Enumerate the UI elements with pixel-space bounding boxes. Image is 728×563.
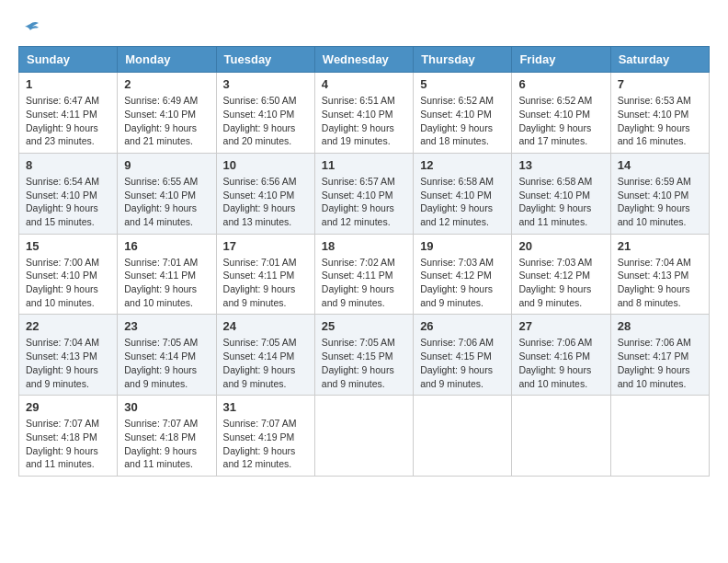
day-number: 1 bbox=[26, 77, 110, 91]
daylight-label: Daylight: 9 hours and 19 minutes. bbox=[322, 122, 394, 147]
day-number: 11 bbox=[322, 158, 406, 172]
day-number: 21 bbox=[618, 239, 702, 253]
daylight-label: Daylight: 9 hours and 12 minutes. bbox=[223, 445, 296, 470]
day-number: 26 bbox=[420, 319, 505, 333]
day-info: Sunrise: 6:59 AM Sunset: 4:10 PM Dayligh… bbox=[618, 175, 702, 229]
sunrise-label: Sunrise: 7:05 AM bbox=[223, 337, 297, 348]
sunrise-label: Sunrise: 7:04 AM bbox=[618, 257, 691, 268]
day-cell: 4 Sunrise: 6:51 AM Sunset: 4:10 PM Dayli… bbox=[314, 73, 413, 154]
day-number: 9 bbox=[124, 158, 209, 172]
sunrise-label: Sunrise: 7:02 AM bbox=[322, 257, 395, 268]
day-number: 16 bbox=[124, 239, 209, 253]
day-info: Sunrise: 7:07 AM Sunset: 4:18 PM Dayligh… bbox=[26, 417, 110, 471]
day-info: Sunrise: 6:55 AM Sunset: 4:10 PM Dayligh… bbox=[124, 175, 209, 229]
day-number: 8 bbox=[26, 158, 110, 172]
day-number: 6 bbox=[518, 77, 603, 91]
day-info: Sunrise: 6:52 AM Sunset: 4:10 PM Dayligh… bbox=[518, 94, 603, 148]
sunset-label: Sunset: 4:15 PM bbox=[420, 350, 492, 362]
day-info: Sunrise: 7:02 AM Sunset: 4:11 PM Dayligh… bbox=[322, 256, 406, 310]
day-cell: 3 Sunrise: 6:50 AM Sunset: 4:10 PM Dayli… bbox=[216, 73, 314, 154]
page-header bbox=[18, 18, 710, 39]
day-cell: 15 Sunrise: 7:00 AM Sunset: 4:10 PM Dayl… bbox=[19, 234, 118, 315]
sunset-label: Sunset: 4:10 PM bbox=[124, 109, 196, 120]
sunrise-label: Sunrise: 7:06 AM bbox=[420, 337, 494, 348]
day-info: Sunrise: 6:56 AM Sunset: 4:10 PM Dayligh… bbox=[223, 175, 308, 229]
day-info: Sunrise: 7:00 AM Sunset: 4:10 PM Dayligh… bbox=[26, 256, 110, 310]
day-info: Sunrise: 7:03 AM Sunset: 4:12 PM Dayligh… bbox=[518, 256, 603, 310]
day-info: Sunrise: 7:03 AM Sunset: 4:12 PM Dayligh… bbox=[420, 256, 505, 310]
sunrise-label: Sunrise: 6:52 AM bbox=[518, 95, 592, 106]
sunrise-label: Sunrise: 6:58 AM bbox=[420, 176, 494, 187]
daylight-label: Daylight: 9 hours and 9 minutes. bbox=[420, 364, 493, 389]
day-info: Sunrise: 7:07 AM Sunset: 4:19 PM Dayligh… bbox=[223, 417, 308, 471]
day-cell bbox=[610, 396, 709, 477]
sunset-label: Sunset: 4:14 PM bbox=[124, 350, 196, 362]
header-thursday: Thursday bbox=[414, 47, 512, 73]
daylight-label: Daylight: 9 hours and 12 minutes. bbox=[322, 202, 394, 227]
sunrise-label: Sunrise: 6:50 AM bbox=[223, 95, 297, 106]
day-cell: 8 Sunrise: 6:54 AM Sunset: 4:10 PM Dayli… bbox=[19, 153, 118, 234]
sunset-label: Sunset: 4:10 PM bbox=[518, 109, 590, 120]
sunset-label: Sunset: 4:19 PM bbox=[223, 431, 295, 442]
day-number: 13 bbox=[518, 158, 603, 172]
sunset-label: Sunset: 4:10 PM bbox=[618, 190, 689, 201]
sunrise-label: Sunrise: 7:07 AM bbox=[26, 418, 99, 429]
daylight-label: Daylight: 9 hours and 8 minutes. bbox=[618, 283, 690, 308]
sunrise-label: Sunrise: 7:03 AM bbox=[420, 257, 494, 268]
day-cell: 14 Sunrise: 6:59 AM Sunset: 4:10 PM Dayl… bbox=[610, 153, 709, 234]
sunset-label: Sunset: 4:10 PM bbox=[124, 190, 196, 201]
day-cell: 9 Sunrise: 6:55 AM Sunset: 4:10 PM Dayli… bbox=[118, 153, 216, 234]
daylight-label: Daylight: 9 hours and 9 minutes. bbox=[322, 364, 394, 389]
day-number: 3 bbox=[223, 77, 308, 91]
sunset-label: Sunset: 4:12 PM bbox=[518, 270, 590, 281]
day-info: Sunrise: 6:47 AM Sunset: 4:11 PM Dayligh… bbox=[26, 94, 110, 148]
logo-bird-icon bbox=[20, 21, 40, 40]
daylight-label: Daylight: 9 hours and 10 minutes. bbox=[518, 364, 591, 389]
sunset-label: Sunset: 4:10 PM bbox=[618, 109, 689, 120]
daylight-label: Daylight: 9 hours and 16 minutes. bbox=[618, 122, 690, 147]
sunrise-label: Sunrise: 6:52 AM bbox=[420, 95, 494, 106]
day-info: Sunrise: 7:04 AM Sunset: 4:13 PM Dayligh… bbox=[618, 256, 702, 310]
daylight-label: Daylight: 9 hours and 12 minutes. bbox=[420, 202, 493, 227]
daylight-label: Daylight: 9 hours and 20 minutes. bbox=[223, 122, 296, 147]
sunrise-label: Sunrise: 6:59 AM bbox=[618, 176, 691, 187]
day-info: Sunrise: 7:06 AM Sunset: 4:16 PM Dayligh… bbox=[518, 336, 603, 390]
sunset-label: Sunset: 4:10 PM bbox=[26, 270, 97, 281]
sunrise-label: Sunrise: 6:55 AM bbox=[124, 176, 198, 187]
day-cell: 19 Sunrise: 7:03 AM Sunset: 4:12 PM Dayl… bbox=[414, 234, 512, 315]
daylight-label: Daylight: 9 hours and 10 minutes. bbox=[26, 283, 98, 308]
sunset-label: Sunset: 4:18 PM bbox=[26, 431, 97, 442]
header-friday: Friday bbox=[512, 47, 610, 73]
sunset-label: Sunset: 4:10 PM bbox=[26, 190, 97, 201]
day-cell: 16 Sunrise: 7:01 AM Sunset: 4:11 PM Dayl… bbox=[118, 234, 216, 315]
day-number: 14 bbox=[618, 158, 702, 172]
day-info: Sunrise: 7:01 AM Sunset: 4:11 PM Dayligh… bbox=[124, 256, 209, 310]
sunset-label: Sunset: 4:10 PM bbox=[223, 109, 295, 120]
day-number: 10 bbox=[223, 158, 308, 172]
day-cell bbox=[512, 396, 610, 477]
sunrise-label: Sunrise: 6:53 AM bbox=[618, 95, 691, 106]
daylight-label: Daylight: 9 hours and 9 minutes. bbox=[223, 283, 296, 308]
sunrise-label: Sunrise: 7:06 AM bbox=[618, 337, 691, 348]
sunset-label: Sunset: 4:14 PM bbox=[223, 350, 295, 362]
daylight-label: Daylight: 9 hours and 21 minutes. bbox=[124, 122, 197, 147]
day-number: 20 bbox=[518, 239, 603, 253]
day-number: 30 bbox=[124, 400, 209, 414]
day-number: 28 bbox=[618, 319, 702, 333]
day-number: 18 bbox=[322, 239, 406, 253]
sunset-label: Sunset: 4:18 PM bbox=[124, 431, 196, 442]
week-row-1: 1 Sunrise: 6:47 AM Sunset: 4:11 PM Dayli… bbox=[19, 73, 710, 154]
sunrise-label: Sunrise: 7:06 AM bbox=[518, 337, 592, 348]
day-info: Sunrise: 6:49 AM Sunset: 4:10 PM Dayligh… bbox=[124, 94, 209, 148]
daylight-label: Daylight: 9 hours and 11 minutes. bbox=[124, 445, 197, 470]
week-row-4: 22 Sunrise: 7:04 AM Sunset: 4:13 PM Dayl… bbox=[19, 315, 710, 396]
daylight-label: Daylight: 9 hours and 11 minutes. bbox=[26, 445, 98, 470]
day-cell: 13 Sunrise: 6:58 AM Sunset: 4:10 PM Dayl… bbox=[512, 153, 610, 234]
day-cell: 11 Sunrise: 6:57 AM Sunset: 4:10 PM Dayl… bbox=[314, 153, 413, 234]
day-cell: 5 Sunrise: 6:52 AM Sunset: 4:10 PM Dayli… bbox=[414, 73, 512, 154]
sunset-label: Sunset: 4:10 PM bbox=[223, 190, 295, 201]
day-number: 22 bbox=[26, 319, 110, 333]
day-number: 17 bbox=[223, 239, 308, 253]
daylight-label: Daylight: 9 hours and 10 minutes. bbox=[124, 283, 197, 308]
sunset-label: Sunset: 4:12 PM bbox=[420, 270, 492, 281]
